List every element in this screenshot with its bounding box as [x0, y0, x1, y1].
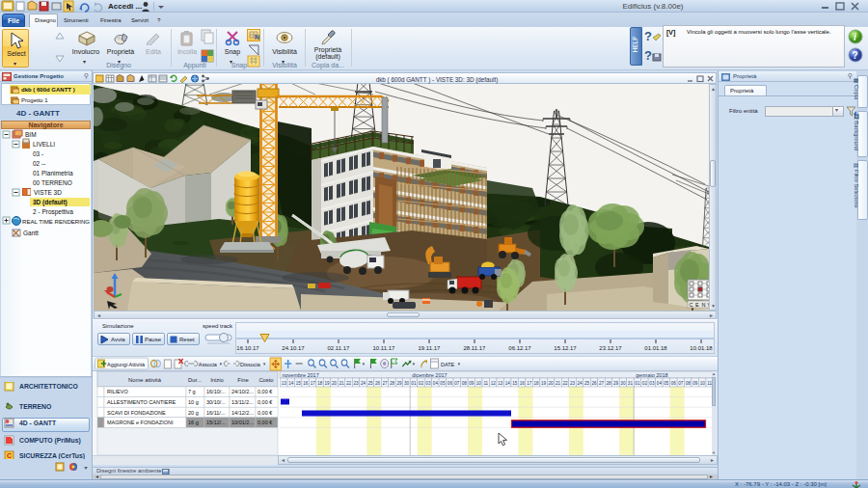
svg-text:0,00 €: 0,00 €: [258, 420, 272, 425]
svg-text:Fine: Fine: [237, 377, 248, 383]
svg-text:12: 12: [491, 381, 497, 386]
svg-text:17: 17: [527, 381, 532, 386]
svg-text:11: 11: [483, 381, 488, 386]
svg-text:21: 21: [339, 381, 345, 386]
svg-text:i: i: [854, 32, 856, 42]
svg-text:26: 26: [375, 381, 381, 386]
svg-text:09: 09: [469, 381, 475, 386]
svg-text:24: 24: [361, 381, 366, 386]
svg-text:22: 22: [346, 381, 352, 386]
svg-text:C: C: [690, 302, 693, 308]
svg-text:▾: ▾: [363, 362, 366, 366]
svg-text:Gantt: Gantt: [23, 230, 39, 236]
svg-text:31: 31: [628, 381, 634, 386]
svg-text:28.11.17: 28.11.17: [464, 345, 487, 351]
svg-text:DATE: DATE: [441, 362, 454, 367]
svg-text:10 g: 10 g: [188, 399, 199, 405]
svg-text:24/10/2...: 24/10/2...: [231, 389, 254, 394]
svg-text:28: 28: [390, 381, 395, 386]
svg-text:ALLESTIMENTO CANTIERE: ALLESTIMENTO CANTIERE: [107, 399, 176, 405]
svg-text:06: 06: [671, 381, 677, 386]
svg-text:2 - Prospettiva: 2 - Prospettiva: [33, 208, 73, 216]
svg-text:13: 13: [498, 381, 503, 386]
svg-text:Inizio: Inizio: [210, 377, 224, 383]
svg-text:23: 23: [570, 381, 576, 386]
svg-text:30/10/...: 30/10/...: [206, 399, 226, 405]
svg-text:10: 10: [476, 381, 482, 386]
svg-text:05: 05: [664, 381, 669, 386]
svg-text:14: 14: [505, 381, 511, 386]
svg-text:TERRENO: TERRENO: [19, 403, 51, 410]
svg-text:N: N: [255, 34, 259, 41]
svg-text:02 --: 02 --: [33, 160, 45, 167]
svg-text:15: 15: [296, 381, 302, 386]
svg-text:Costo: Costo: [258, 377, 273, 383]
svg-text:14: 14: [288, 381, 294, 386]
svg-text:15.12.17: 15.12.17: [554, 345, 577, 351]
svg-text:4D - GANTT: 4D - GANTT: [19, 420, 57, 426]
svg-text:30: 30: [404, 381, 410, 386]
svg-text:16: 16: [520, 381, 526, 386]
svg-text:RILIEVO: RILIEVO: [107, 389, 128, 394]
svg-text:Dur...: Dur...: [188, 377, 202, 383]
svg-text:01 Planimetria: 01 Planimetria: [33, 170, 73, 176]
svg-text:02: 02: [642, 381, 648, 386]
svg-text:19: 19: [325, 381, 331, 386]
svg-text:24.10.17: 24.10.17: [282, 345, 305, 351]
svg-text:gennaio 2018: gennaio 2018: [636, 372, 667, 378]
svg-text:23.12.17: 23.12.17: [599, 345, 622, 351]
svg-text:29: 29: [396, 381, 402, 386]
svg-text:7 g: 7 g: [188, 389, 196, 394]
svg-text:06: 06: [448, 381, 453, 386]
svg-text:00 TERRENO: 00 TERRENO: [33, 179, 72, 186]
svg-text:REAL TIME RENDERING: REAL TIME RENDERING: [22, 218, 90, 225]
svg-text:10.01.18: 10.01.18: [690, 345, 713, 351]
svg-text:3D (default): 3D (default): [33, 199, 68, 206]
svg-text:16/10/...: 16/10/...: [206, 389, 226, 394]
svg-text:VISTE 3D: VISTE 3D: [34, 189, 62, 196]
svg-text:SICUREZZA (CerTus): SICUREZZA (CerTus): [19, 452, 85, 459]
svg-text:dicembre 2017: dicembre 2017: [412, 372, 447, 378]
svg-text:▾: ▾: [458, 362, 461, 366]
svg-text:28: 28: [606, 381, 611, 386]
svg-text:30: 30: [620, 381, 626, 386]
svg-text:Aggiungi Attività: Aggiungi Attività: [107, 362, 146, 367]
svg-text:15: 15: [512, 381, 518, 386]
svg-text:27: 27: [599, 381, 605, 386]
svg-text:03: 03: [425, 381, 431, 386]
svg-text:03 -: 03 -: [33, 150, 43, 157]
svg-text:26: 26: [591, 381, 597, 386]
svg-text:24: 24: [577, 381, 583, 386]
svg-text:10/01/2...: 10/01/2...: [231, 420, 254, 425]
svg-text:03: 03: [649, 381, 655, 386]
svg-text:20: 20: [332, 381, 338, 386]
svg-text:23: 23: [354, 381, 360, 386]
svg-text:05: 05: [440, 381, 446, 386]
svg-text:0,00 €: 0,00 €: [258, 389, 272, 394]
svg-text:02.11.17: 02.11.17: [328, 345, 351, 351]
svg-text:16/11/...: 16/11/...: [206, 410, 226, 416]
svg-text:17: 17: [311, 381, 316, 386]
svg-text:16.10.17: 16.10.17: [236, 345, 259, 351]
svg-text:0,00 €: 0,00 €: [258, 410, 272, 416]
svg-text:18: 18: [317, 381, 323, 386]
svg-text:19.11.17: 19.11.17: [419, 345, 442, 351]
svg-text:?: ?: [853, 50, 858, 61]
svg-text:13/11/2...: 13/11/2...: [231, 399, 254, 405]
svg-text:▾: ▾: [413, 362, 416, 366]
svg-text:▾: ▾: [263, 362, 266, 366]
svg-text:20 g: 20 g: [188, 410, 199, 416]
svg-text:08: 08: [686, 381, 692, 386]
svg-text:07: 07: [454, 381, 460, 386]
svg-text:19: 19: [541, 381, 547, 386]
svg-text:29: 29: [613, 381, 619, 386]
svg-text:0,00 €: 0,00 €: [258, 399, 272, 405]
svg-text:?: ?: [644, 29, 652, 43]
svg-text:27: 27: [382, 381, 388, 386]
svg-text:25: 25: [584, 381, 590, 386]
svg-text:02: 02: [419, 381, 424, 386]
svg-text:22: 22: [563, 381, 569, 386]
svg-text:BIM: BIM: [25, 131, 37, 138]
svg-text:16 g: 16 g: [188, 420, 199, 425]
svg-text:01: 01: [635, 381, 640, 386]
